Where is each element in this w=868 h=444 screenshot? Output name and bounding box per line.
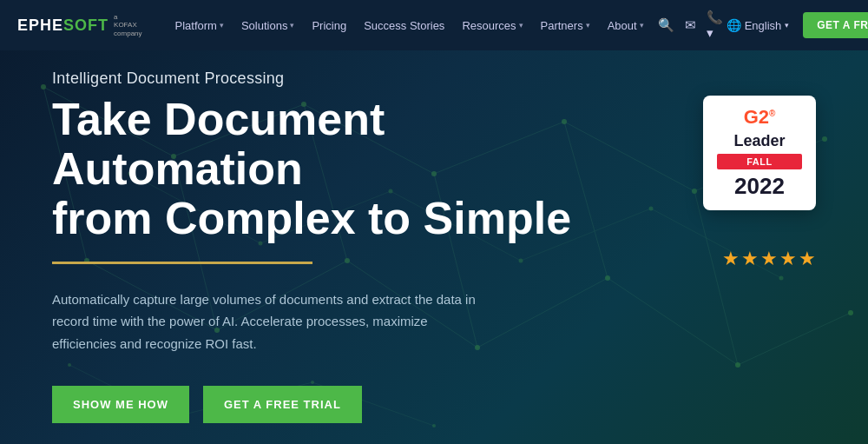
svg-point-45 <box>779 276 784 281</box>
g2-stars: ★★★★★ <box>722 248 818 270</box>
svg-point-32 <box>822 136 827 142</box>
partners-chevron: ▾ <box>586 21 590 30</box>
g2-badge: G2® Leader FALL 2022 <box>703 96 816 210</box>
svg-point-31 <box>692 189 697 194</box>
hero-description: Automatically capture large volumes of d… <box>52 288 486 355</box>
platform-chevron: ▾ <box>220 21 224 30</box>
kofax-label: a KOFAX company <box>114 13 141 38</box>
nav-item-success-stories[interactable]: Success Stories <box>357 14 451 37</box>
search-icon[interactable]: 🔍 <box>658 17 674 33</box>
hero-buttons: SHOW ME HOW GET A FREE TRIAL <box>52 386 642 423</box>
logo-text: EPHESOFT <box>17 17 108 35</box>
logo-area: EPHESOFT a KOFAX company <box>17 13 142 38</box>
phone-icon[interactable]: 📞 ▾ <box>707 10 723 41</box>
nav-icons: 🔍 ✉ 📞 ▾ <box>658 10 723 41</box>
svg-point-44 <box>649 207 654 211</box>
svg-point-26 <box>41 84 46 89</box>
hero-title: Take Document Automation from Complex to… <box>52 95 642 244</box>
g2-logo-text: G2® <box>717 106 802 129</box>
hero-section: Intelligent Document Processing Take Doc… <box>0 0 868 444</box>
resources-chevron: ▾ <box>519 21 523 30</box>
navbar: EPHESOFT a KOFAX company Platform ▾ Solu… <box>0 0 868 50</box>
solutions-chevron: ▾ <box>290 21 294 30</box>
nav-item-platform[interactable]: Platform ▾ <box>168 14 231 37</box>
nav-item-about[interactable]: About ▾ <box>601 14 651 37</box>
svg-point-39 <box>848 310 853 315</box>
svg-line-11 <box>738 313 851 365</box>
svg-line-17 <box>694 191 738 365</box>
about-chevron: ▾ <box>640 21 644 30</box>
hero-divider <box>52 262 312 264</box>
hero-content: Intelligent Document Processing Take Doc… <box>52 70 642 423</box>
g2-fall-badge: FALL <box>717 154 802 169</box>
nav-links: Platform ▾ Solutions ▾ Pricing Success S… <box>168 14 651 37</box>
svg-point-49 <box>432 424 436 427</box>
language-selector[interactable]: 🌐 English ▾ <box>727 18 790 32</box>
navbar-cta-button[interactable]: GET A FREE TRIAL <box>803 12 868 38</box>
lang-chevron: ▾ <box>785 21 789 30</box>
nav-item-solutions[interactable]: Solutions ▾ <box>234 14 301 37</box>
show-me-how-button[interactable]: SHOW ME HOW <box>52 386 189 423</box>
nav-item-partners[interactable]: Partners ▾ <box>534 14 597 37</box>
get-free-trial-button[interactable]: GET A FREE TRIAL <box>203 386 362 423</box>
hero-subtitle: Intelligent Document Processing <box>52 70 642 88</box>
g2-year: 2022 <box>717 173 802 200</box>
nav-item-resources[interactable]: Resources ▾ <box>455 14 529 37</box>
g2-leader-label: Leader <box>717 132 802 150</box>
nav-item-pricing[interactable]: Pricing <box>305 14 353 37</box>
mail-icon[interactable]: ✉ <box>685 17 696 33</box>
language-label: English <box>745 19 782 32</box>
svg-point-38 <box>735 362 740 368</box>
globe-icon: 🌐 <box>727 18 741 32</box>
